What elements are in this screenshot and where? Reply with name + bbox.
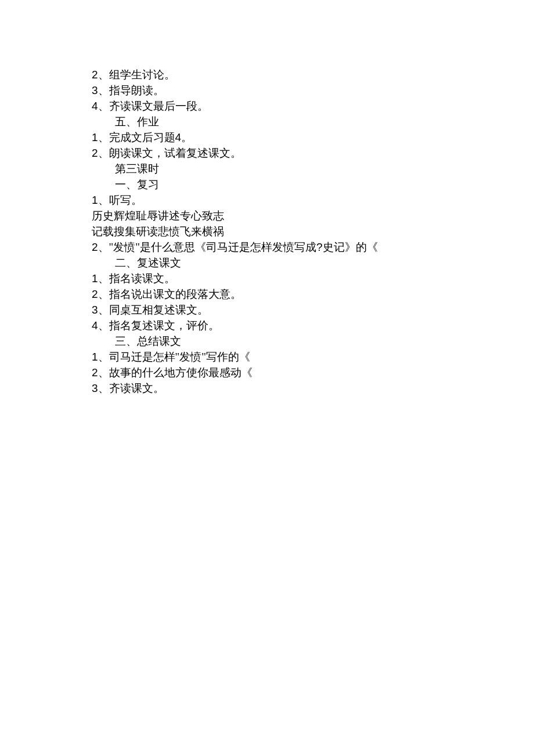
list-number: 2 [92, 147, 98, 159]
text-line: 1、听写。 [70, 192, 464, 208]
list-punct: 、 [98, 69, 109, 81]
line-text: 一、复习 [115, 178, 159, 190]
list-number: 1 [92, 194, 98, 206]
line-text: 第三课时 [115, 163, 159, 175]
line-text: 指名说出课文的段落大意。 [109, 288, 241, 300]
list-number: 3 [92, 382, 98, 394]
list-punct: 、 [98, 304, 109, 316]
list-number: 1 [92, 131, 98, 143]
line-text: 齐读课文最后一段。 [109, 100, 208, 112]
list-number: 3 [92, 84, 98, 96]
text-line: 3、同桌互相复述课文。 [70, 302, 464, 318]
line-text: "发愤"是什么意思《司马迁是怎样发愤写成 [109, 241, 317, 253]
line-text-after: 。 [181, 131, 192, 143]
line-text: 记载搜集研读悲愤飞来横祸 [92, 225, 224, 237]
list-number: 4 [92, 319, 98, 332]
line-text: 朗读课文，试着复述课文。 [109, 147, 241, 159]
text-line: 二、复述课文 [70, 255, 464, 271]
text-line: 2、朗读课文，试着复述课文。 [70, 145, 464, 161]
line-text: 齐读课文。 [109, 382, 164, 394]
text-line: 一、复习 [70, 177, 464, 192]
list-number: 2 [92, 366, 98, 379]
list-punct: 、 [98, 366, 109, 379]
text-line: 五、作业 [70, 114, 464, 129]
list-punct: 、 [98, 194, 109, 206]
list-number: 4 [92, 100, 98, 112]
text-line: 三、总结课文 [70, 333, 464, 349]
line-text: 故事的什么地方使你最感动《 [109, 366, 252, 379]
text-line: 3、齐读课文。 [70, 380, 464, 396]
line-text: 组学生讨论。 [109, 69, 175, 81]
line-text: 指名读课文。 [109, 272, 175, 285]
text-line: 1、指名读课文。 [70, 271, 464, 286]
list-punct: 、 [98, 319, 109, 332]
list-number: 2 [92, 288, 98, 300]
list-number: 1 [92, 351, 98, 363]
text-line: 记载搜集研读悲愤飞来横祸 [70, 224, 464, 239]
list-punct: 、 [98, 147, 109, 159]
text-line: 4、指名复述课文，评价。 [70, 318, 464, 333]
line-text-after: 史记》的《 [323, 241, 378, 253]
line-text: 听写。 [109, 194, 142, 206]
line-text: 二、复述课文 [115, 257, 181, 269]
line-text: 五、作业 [115, 116, 159, 128]
list-punct: 、 [98, 288, 109, 300]
inline-number: ? [316, 241, 323, 253]
text-line: 1、完成文后习题4。 [70, 129, 464, 145]
text-line: 2、指名说出课文的段落大意。 [70, 286, 464, 302]
text-line: 2、组学生讨论。 [70, 67, 464, 82]
line-text: 同桌互相复述课文。 [109, 304, 208, 316]
line-text: 司马迁是怎样"发愤"写作的《 [109, 351, 251, 363]
line-text: 指名复述课文，评价。 [109, 319, 219, 332]
text-line: 第三课时 [70, 161, 464, 177]
list-number: 3 [92, 304, 98, 316]
text-line: 历史辉煌耻辱讲述专心致志 [70, 208, 464, 224]
list-punct: 、 [98, 241, 109, 253]
text-line: 2、"发愤"是什么意思《司马迁是怎样发愤写成?史记》的《 [70, 239, 464, 255]
list-punct: 、 [98, 382, 109, 394]
list-number: 2 [92, 241, 98, 253]
line-text: 历史辉煌耻辱讲述专心致志 [92, 210, 224, 222]
text-line: 3、指导朗读。 [70, 82, 464, 98]
list-punct: 、 [98, 84, 109, 96]
line-text: 完成文后习题 [109, 131, 175, 143]
line-text: 指导朗读。 [109, 84, 164, 96]
list-punct: 、 [98, 131, 109, 143]
text-line: 1、司马迁是怎样"发愤"写作的《 [70, 349, 464, 365]
list-number: 2 [92, 69, 98, 81]
list-punct: 、 [98, 351, 109, 363]
list-number: 1 [92, 272, 98, 285]
line-text: 三、总结课文 [115, 335, 181, 347]
text-line: 2、故事的什么地方使你最感动《 [70, 365, 464, 380]
text-line: 4、齐读课文最后一段。 [70, 98, 464, 114]
document-page: 2、组学生讨论。3、指导朗读。4、齐读课文最后一段。五、作业1、完成文后习题4。… [0, 0, 534, 396]
list-punct: 、 [98, 100, 109, 112]
inline-number: 4 [175, 131, 182, 143]
list-punct: 、 [98, 272, 109, 285]
